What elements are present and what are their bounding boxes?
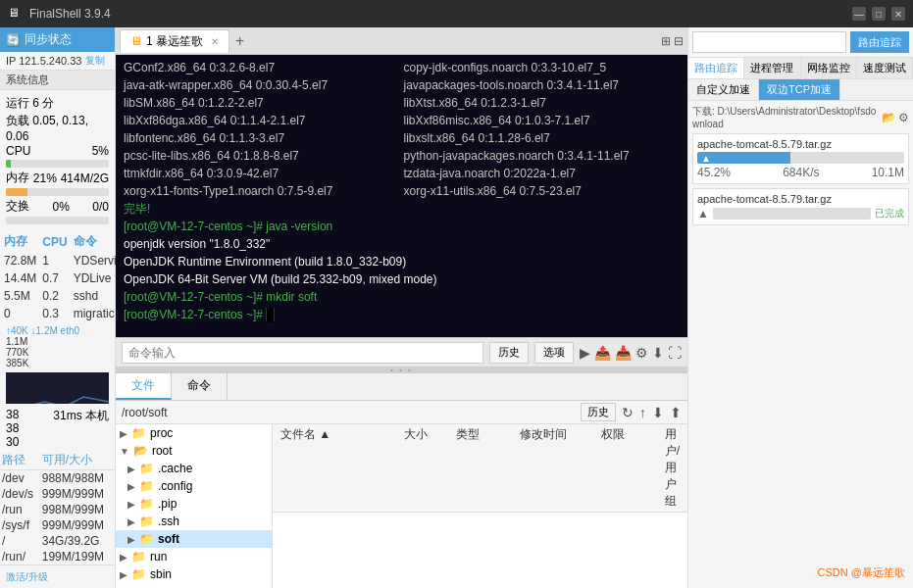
- res-col-mem: 内存: [2, 232, 38, 251]
- res-col-cpu: CPU: [40, 232, 69, 251]
- folder-soft-icon: 📁: [139, 532, 154, 546]
- col-header-owner[interactable]: 用户/用户组: [661, 426, 684, 510]
- minimize-button[interactable]: —: [852, 7, 866, 21]
- right-top: 路由追踪: [688, 27, 913, 58]
- fm-list: 文件名 ▲ 大小 类型 修改时间 权限 用户/用户组: [273, 424, 687, 588]
- settings-icon[interactable]: ⚙: [635, 345, 648, 361]
- expand-run-icon: ▶: [120, 552, 127, 563]
- disk-row-devs: /dev/s999M/999M: [0, 486, 115, 502]
- disk-row-dev: /dev988M/988M: [0, 470, 115, 487]
- window-controls: — □ ✕: [852, 7, 905, 21]
- mem-value: 21%: [33, 172, 57, 185]
- col-header-size[interactable]: 大小: [400, 426, 451, 510]
- download-icon[interactable]: 📥: [615, 345, 632, 361]
- grid-icon[interactable]: ⊞ ⊟: [661, 34, 684, 48]
- nav-tab-speed[interactable]: 速度测试: [857, 58, 913, 78]
- tree-label-pip: .pip: [158, 497, 177, 511]
- tree-item-proc[interactable]: ▶ 📁 proc: [116, 424, 272, 442]
- tree-item-root[interactable]: ▼ 📂 root: [116, 442, 272, 460]
- expand-root-icon: ▼: [120, 446, 129, 457]
- disk-col-path: 路径: [0, 451, 40, 470]
- tree-item-cache[interactable]: ▶ 📁 .cache: [116, 460, 272, 477]
- folder-open-icon[interactable]: 📂: [882, 111, 896, 124]
- term-line-6: pcsc-lite-libs.x86_64 0:1.8.8-8.el7 pyth…: [124, 147, 680, 165]
- expand-pip-icon: ▶: [127, 499, 135, 510]
- tree-item-config[interactable]: ▶ 📁 .config: [116, 477, 272, 495]
- ip-text: IP 121.5.240.33: [6, 55, 81, 67]
- res-row-3: 5.5M0.2sshd: [2, 288, 125, 304]
- tab-1[interactable]: 🖥 1 暴远笙歌 ✕: [120, 29, 229, 53]
- swap-progress: [6, 217, 109, 224]
- folder-run-icon: 📁: [131, 550, 146, 564]
- fm-download-icon[interactable]: ⬇: [652, 405, 664, 420]
- sidebar-ip: IP 121.5.240.33 复制: [0, 52, 115, 70]
- col-header-mtime[interactable]: 修改时间: [516, 426, 597, 510]
- tab-close-button[interactable]: ✕: [211, 36, 219, 47]
- maximize-button[interactable]: □: [872, 7, 886, 21]
- mem-row: 内存 21% 414M/2G: [6, 170, 109, 186]
- download-progress-bar-2: [713, 208, 871, 220]
- expand-cache-icon: ▶: [127, 464, 135, 474]
- folder-ssh-icon: 📁: [139, 514, 154, 528]
- res-row-4: 00.3migratic: [2, 306, 125, 321]
- select-button[interactable]: 选项: [534, 342, 574, 364]
- settings-path-icon[interactable]: ⚙: [898, 111, 909, 124]
- tree-label-sbin: sbin: [150, 567, 172, 581]
- folder-sbin-icon: 📁: [131, 567, 146, 581]
- system-info-label: 系统信息: [0, 70, 115, 90]
- term-line-3: libSM.x86_64 0:1.2.2-2.el7 libXtst.x86_6…: [124, 94, 680, 112]
- fm-upload-icon[interactable]: ⬆: [670, 405, 682, 420]
- history-button[interactable]: 历史: [489, 342, 529, 364]
- cpu-label: CPU: [6, 144, 30, 158]
- fm-refresh-icon[interactable]: ↻: [622, 405, 634, 420]
- new-tab-button[interactable]: +: [231, 32, 248, 50]
- expand-icon[interactable]: ⛶: [668, 345, 682, 361]
- download-section: 下载: D:\Users\Administrator\Desktop\fsdow…: [688, 101, 913, 233]
- download-path-text: 下载: D:\Users\Administrator\Desktop\fsdow…: [692, 105, 882, 129]
- tree-item-soft[interactable]: ▶ 📁 soft: [116, 530, 272, 548]
- load-row: 负载 0.05, 0.13, 0.06: [6, 113, 109, 143]
- fm-history-button[interactable]: 历史: [581, 403, 616, 421]
- input-icons: ▶ 📤 📥 ⚙ ⬇ ⛶: [580, 345, 682, 361]
- nav-tab-process[interactable]: 进程管理: [744, 58, 800, 78]
- network-chart: [6, 372, 109, 404]
- nav-tab-route[interactable]: 路由追踪: [688, 58, 744, 78]
- col-header-perms[interactable]: 权限: [597, 426, 661, 510]
- terminal[interactable]: GConf2.x86_64 0:3.2.6-8.el7 copy-jdk-con…: [116, 55, 687, 337]
- term-line-7: ttmkfdir.x86_64 0:3.0.9-42.el7 tzdata-ja…: [124, 165, 680, 182]
- activate-link[interactable]: 激活/升级: [6, 571, 48, 582]
- right-search-input[interactable]: [692, 31, 846, 53]
- folder-cache-icon: 📁: [139, 462, 154, 475]
- right-nav-tabs: 路由追踪 进程管理 网络监控 速度测试: [688, 58, 913, 79]
- command-input[interactable]: [122, 342, 483, 364]
- fm-tab-files[interactable]: 文件: [116, 373, 172, 400]
- latency-info: 383830 31ms 本机: [0, 406, 115, 451]
- send-icon[interactable]: ▶: [580, 345, 590, 361]
- close-button[interactable]: ✕: [891, 7, 905, 21]
- tree-item-ssh[interactable]: ▶ 📁 .ssh: [116, 513, 272, 530]
- copy-ip-button[interactable]: 复制: [85, 54, 105, 68]
- tree-item-sbin[interactable]: ▶ 📁 sbin: [116, 565, 272, 583]
- route-trace-button[interactable]: 路由追踪: [850, 31, 909, 53]
- download-progress-pct: 45.2%: [697, 166, 731, 179]
- col-header-type[interactable]: 类型: [452, 426, 516, 510]
- tree-item-run[interactable]: ▶ 📁 run: [116, 548, 272, 565]
- latency-values: 383830: [6, 408, 19, 449]
- csdn-watermark: CSDN @暴远笙歌: [818, 565, 905, 580]
- tree-label-ssh: .ssh: [158, 514, 179, 528]
- upload-icon[interactable]: 📤: [594, 345, 611, 361]
- col-header-name[interactable]: 文件名 ▲: [277, 426, 400, 510]
- tab-bar: 🖥 1 暴远笙歌 ✕ + ⊞ ⊟: [116, 27, 687, 55]
- download-path: 下载: D:\Users\Administrator\Desktop\fsdow…: [692, 105, 909, 129]
- tree-item-pip[interactable]: ▶ 📁 .pip: [116, 495, 272, 513]
- nav-tab-network[interactable]: 网络监控: [801, 58, 857, 78]
- fm-tab-commands[interactable]: 命令: [172, 373, 228, 400]
- down-arrow-icon[interactable]: ⬇: [652, 345, 664, 361]
- feature-tab-custom[interactable]: 自定义加速: [688, 79, 759, 100]
- term-line-2: java-atk-wrapper.x86_64 0:0.30.4-5.el7 j…: [124, 76, 680, 94]
- download-name-2: apache-tomcat-8.5.79.tar.gz: [697, 193, 904, 205]
- feature-tab-tcp[interactable]: 双边TCP加速: [759, 79, 840, 100]
- expand-soft-icon: ▶: [127, 534, 135, 545]
- fm-up-icon[interactable]: ↑: [639, 405, 646, 420]
- runtime-row: 运行 6 分: [6, 95, 109, 112]
